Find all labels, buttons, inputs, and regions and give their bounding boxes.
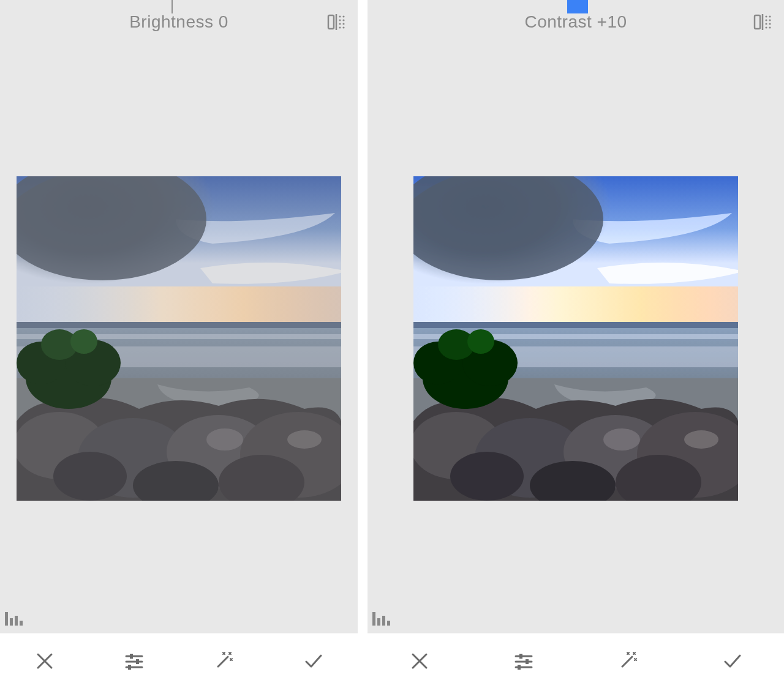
cancel-button[interactable]	[29, 646, 60, 676]
adjustment-title: Brightness 0	[129, 12, 228, 32]
tune-button[interactable]	[508, 646, 539, 676]
editor-pane-right: Contrast +10	[368, 0, 784, 688]
apply-button[interactable]	[298, 646, 328, 676]
bottom-toolbar	[368, 633, 784, 688]
auto-enhance-button[interactable]	[208, 646, 239, 676]
tune-button[interactable]	[119, 646, 149, 676]
pane-separator	[358, 0, 368, 688]
image-stage[interactable]	[368, 44, 784, 633]
cancel-button[interactable]	[404, 646, 435, 676]
adjustment-title: Contrast +10	[524, 12, 627, 32]
bottom-toolbar	[0, 633, 358, 688]
compare-button[interactable]	[326, 13, 347, 31]
editor-pane-left: Brightness 0	[0, 0, 358, 688]
image-stage[interactable]	[0, 44, 358, 633]
photo-preview	[413, 176, 738, 501]
photo-preview	[17, 176, 341, 501]
auto-enhance-button[interactable]	[612, 646, 643, 676]
compare-button[interactable]	[752, 13, 773, 31]
apply-button[interactable]	[717, 646, 747, 676]
histogram-button[interactable]	[5, 610, 23, 627]
histogram-button[interactable]	[372, 610, 391, 627]
